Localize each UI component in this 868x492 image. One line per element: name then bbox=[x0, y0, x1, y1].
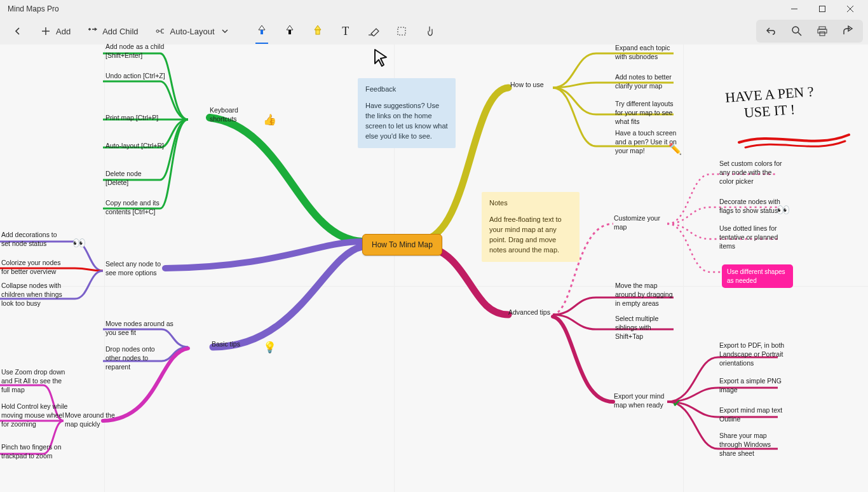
pencil-icon: ✏️ bbox=[668, 142, 682, 156]
branch-advanced[interactable]: Advanced tips bbox=[508, 308, 550, 317]
svg-rect-1 bbox=[820, 6, 825, 12]
leaf-basic-0[interactable]: Move nodes around as you see fit bbox=[105, 319, 175, 337]
leaf-kb-1[interactable]: Undo action [Ctrl+Z] bbox=[105, 71, 166, 80]
minimize-button[interactable] bbox=[780, 0, 808, 18]
sticky-notes-body: Add free-floating text to your mind map … bbox=[489, 215, 572, 256]
selection-tool[interactable] bbox=[393, 22, 410, 40]
title-bar: Mind Maps Pro bbox=[0, 0, 868, 18]
thumbs-up-icon: 👍 bbox=[263, 113, 276, 126]
leaf-adv-0[interactable]: Move the map around by dragging in empty… bbox=[615, 281, 679, 308]
leaf-ex-3[interactable]: Share your map through Windows share she… bbox=[719, 431, 789, 458]
leaf-cu-0[interactable]: Set custom colors for any node with the … bbox=[719, 159, 783, 186]
leaf-hu-0[interactable]: Expand each topic with subnodes bbox=[615, 43, 679, 61]
sticky-notes-title: Notes bbox=[489, 198, 572, 208]
add-button[interactable]: Add bbox=[33, 20, 77, 43]
central-node[interactable]: How To Mind Map bbox=[362, 234, 442, 256]
leaf-cu-3[interactable]: Use different shapes as needed bbox=[722, 264, 793, 288]
leaf-sm-2[interactable]: Collapse nodes with children when things… bbox=[1, 281, 71, 308]
branch-basic[interactable]: Basic tips bbox=[212, 339, 240, 348]
cursor-ink bbox=[371, 48, 389, 70]
pen-blue-tool[interactable] bbox=[253, 22, 271, 40]
sticky-notes[interactable]: Notes Add free-floating text to your min… bbox=[482, 192, 580, 262]
eyes-icon-2: 👀 bbox=[776, 203, 790, 217]
leaf-kb-5[interactable]: Copy node and its contents [Ctrl+C] bbox=[105, 198, 175, 216]
leaf-hu-2[interactable]: Try different layouts for your map to se… bbox=[615, 99, 679, 126]
leaf-cu-2[interactable]: Use dotted lines for tentative or planne… bbox=[719, 224, 783, 251]
add-child-label: Add Child bbox=[102, 27, 138, 36]
toolbar: Add Add Child Auto-Layout T bbox=[0, 18, 868, 44]
leaf-ex-2[interactable]: Export mind map text Outline bbox=[719, 406, 789, 423]
eyes-icon: 👀 bbox=[72, 236, 86, 250]
branch-export[interactable]: Export your mind map when ready bbox=[614, 392, 671, 409]
leaf-basic-1[interactable]: Drop nodes onto other nodes to reparent bbox=[105, 345, 169, 372]
add-child-icon bbox=[86, 25, 98, 38]
highlighter-tool[interactable] bbox=[309, 22, 327, 40]
back-button[interactable] bbox=[5, 20, 31, 43]
svg-rect-11 bbox=[398, 27, 405, 35]
print-icon bbox=[816, 25, 829, 38]
leaf-kb-0[interactable]: Add node as a child [Shift+Enter] bbox=[105, 42, 166, 60]
undo-button[interactable] bbox=[760, 20, 783, 43]
touch-tool[interactable] bbox=[421, 22, 438, 40]
auto-layout-icon bbox=[154, 25, 166, 38]
sticky-feedback-title: Feedback bbox=[365, 85, 448, 95]
branch-customize[interactable]: Customize your map bbox=[614, 214, 671, 231]
branch-see-more[interactable]: Select any node to see more options bbox=[105, 259, 169, 277]
check-icon: ✔ bbox=[672, 397, 681, 410]
svg-rect-7 bbox=[261, 30, 263, 34]
svg-rect-15 bbox=[818, 29, 827, 33]
leaf-hu-1[interactable]: Add notes to better clarify your map bbox=[615, 72, 679, 90]
branch-howuse[interactable]: How to use bbox=[510, 80, 544, 89]
svg-point-6 bbox=[156, 30, 159, 32]
underline-ink bbox=[736, 128, 857, 154]
mindmap-canvas[interactable]: How To Mind Map Feedback Have suggestion… bbox=[0, 44, 868, 492]
leaf-mv-1[interactable]: Hold Control key while moving mouse whee… bbox=[1, 402, 71, 429]
undo-icon bbox=[765, 25, 778, 38]
toolbar-right bbox=[756, 20, 863, 43]
svg-line-13 bbox=[798, 32, 801, 36]
search-button[interactable] bbox=[785, 20, 808, 43]
leaf-mv-2[interactable]: Pinch two fingers on trackpad to zoom bbox=[1, 442, 71, 460]
handwriting: HAVE A PEN ? USE IT ! bbox=[724, 83, 815, 123]
auto-layout-button[interactable]: Auto-Layout bbox=[147, 20, 238, 43]
share-icon bbox=[841, 25, 854, 38]
search-icon bbox=[790, 25, 803, 38]
leaf-ex-1[interactable]: Export a simple PNG image bbox=[719, 376, 789, 394]
bulb-icon: 💡 bbox=[263, 341, 276, 354]
leaf-adv-1[interactable]: Select multiple siblings with Shift+Tap bbox=[615, 314, 679, 341]
leaf-ex-0[interactable]: Export to PDF, in both Landscape or Port… bbox=[719, 341, 789, 368]
add-child-button[interactable]: Add Child bbox=[79, 20, 144, 43]
svg-rect-8 bbox=[288, 30, 291, 34]
leaf-mv-0[interactable]: Use Zoom drop down and Fit All to see th… bbox=[1, 367, 71, 395]
chevron-left-icon bbox=[11, 25, 24, 38]
leaf-kb-4[interactable]: Delete node [Delete] bbox=[105, 169, 166, 187]
leaf-sm-0[interactable]: Add decorations to set node status bbox=[1, 230, 65, 248]
svg-rect-16 bbox=[820, 32, 825, 36]
svg-rect-14 bbox=[819, 27, 825, 29]
drawing-tools: T bbox=[240, 22, 451, 40]
branch-move[interactable]: Move around the map quickly bbox=[65, 411, 116, 428]
svg-rect-9 bbox=[316, 30, 320, 34]
branch-keyboard[interactable]: Keyboard shortcuts bbox=[210, 106, 261, 123]
auto-layout-label: Auto-Layout bbox=[170, 27, 215, 36]
share-button[interactable] bbox=[836, 20, 859, 43]
sticky-feedback-body: Have suggestions? Use the links on the h… bbox=[365, 101, 448, 142]
eraser-tool[interactable] bbox=[365, 22, 383, 40]
pen-black-tool[interactable] bbox=[281, 22, 299, 40]
sticky-feedback[interactable]: Feedback Have suggestions? Use the links… bbox=[358, 78, 456, 148]
text-tool[interactable]: T bbox=[337, 22, 355, 40]
plus-icon bbox=[39, 25, 52, 38]
app-title: Mind Maps Pro bbox=[8, 4, 59, 13]
maximize-button[interactable] bbox=[808, 0, 836, 18]
chevron-down-icon bbox=[219, 25, 231, 38]
leaf-cu-1[interactable]: Decorate nodes with flags to show status bbox=[719, 197, 783, 215]
leaf-sm-1[interactable]: Colorize your nodes for better overview bbox=[1, 258, 65, 276]
svg-point-12 bbox=[792, 27, 799, 33]
leaf-kb-2[interactable]: Print map [Ctrl+P] bbox=[105, 113, 166, 122]
leaf-kb-3[interactable]: Auto-layout [Ctrl+R] bbox=[105, 141, 175, 150]
print-button[interactable] bbox=[811, 20, 834, 43]
add-label: Add bbox=[56, 27, 71, 36]
close-button[interactable] bbox=[836, 0, 864, 18]
